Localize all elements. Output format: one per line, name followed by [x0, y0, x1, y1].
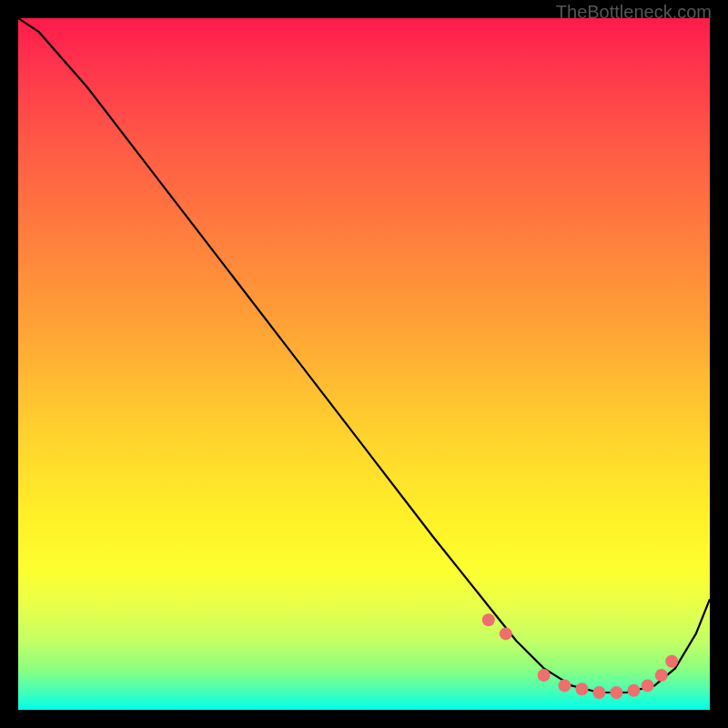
dot [655, 669, 668, 682]
dot [642, 679, 654, 692]
curve-line [18, 18, 710, 693]
dot [665, 655, 678, 668]
highlight-dots [482, 613, 678, 699]
chart-svg [18, 18, 710, 710]
dot [500, 627, 512, 640]
dot [558, 679, 571, 692]
dot [538, 669, 551, 682]
plot-area [18, 18, 710, 710]
dot [592, 686, 605, 699]
dot [482, 613, 495, 626]
dot [575, 682, 588, 695]
dot [610, 686, 622, 699]
dot [627, 684, 640, 697]
watermark-text: TheBottleneck.com [556, 2, 712, 23]
